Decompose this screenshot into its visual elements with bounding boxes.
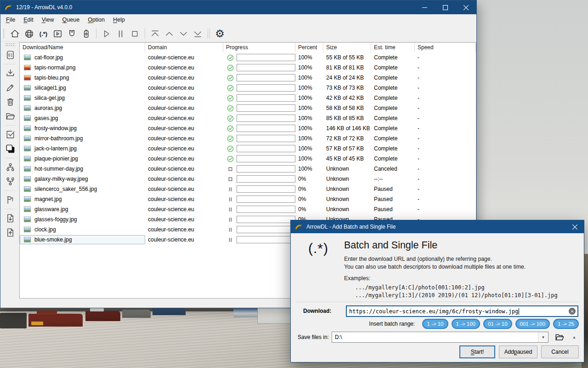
add-urls-icon[interactable] — [79, 27, 93, 40]
main-titlebar[interactable]: 12/19 - ArrowDL v4.0.0 — [0, 0, 476, 14]
download-name-cell[interactable]: silencerco_saker_556.jpg — [20, 184, 145, 194]
collapse-options-button[interactable]: ▲ — [570, 333, 579, 342]
add-torrent-magnet-icon[interactable] — [65, 27, 79, 40]
settings-gear-icon[interactable]: ⚙ — [213, 27, 227, 40]
download-name-cell[interactable]: plaque-pionier.jpg — [20, 154, 145, 163]
menu-file[interactable]: File — [2, 15, 19, 25]
menu-queue[interactable]: Queue — [58, 15, 84, 25]
table-row[interactable]: frosty-window.jpgcouleur-science.eu100%1… — [20, 123, 476, 133]
table-row[interactable]: magnet.jpgcouleur-science.eu0%UnknownPau… — [20, 194, 476, 204]
download-name-cell[interactable]: gases.jpg — [20, 114, 145, 123]
download-name-cell[interactable]: hot-summer-day.jpg — [20, 164, 145, 173]
download-url-input[interactable]: https://couleur-science.eu/img/6c/frosty… — [346, 305, 578, 317]
download-name-cell[interactable]: cat-floor.jpg — [20, 53, 145, 62]
rename-pencil-icon[interactable] — [3, 81, 17, 94]
add-batch-regex-icon[interactable]: (.*) — [36, 27, 51, 40]
batch-range-button[interactable]: 001 -> 100 — [515, 319, 550, 329]
stop-icon[interactable] — [128, 27, 142, 40]
cancel-button[interactable]: Cancel — [541, 345, 579, 358]
download-name-cell[interactable]: galaxy-milky-way.jpeg — [20, 174, 145, 184]
batch-range-button[interactable]: 01 -> 10 — [483, 319, 512, 329]
download-name-cell[interactable]: mirror-bathroom.jpg — [20, 134, 145, 143]
download-name-cell[interactable]: silicagel1.jpg — [20, 83, 145, 92]
dialog-titlebar[interactable]: ArrowDL - Add Batch and Single File — [291, 220, 584, 233]
batch-rename-icon[interactable]: 01 — [3, 49, 17, 61]
table-row[interactable]: jack-o-lantern.jpgcouleur-science.eu100%… — [20, 144, 476, 154]
combo-dropdown-icon[interactable]: ▼ — [538, 332, 548, 342]
table-row[interactable]: auroras.jpgcouleur-science.eu100%58 KB o… — [20, 103, 476, 113]
download-name-cell[interactable]: silica-gel.jpg — [20, 93, 145, 103]
move-down-icon[interactable] — [176, 27, 191, 40]
table-row[interactable]: silica-gel.jpgcouleur-science.eu100%42 K… — [20, 93, 476, 103]
invert-selection-icon[interactable] — [3, 143, 17, 155]
delete-trash-icon[interactable] — [3, 96, 17, 108]
column-header-speed[interactable]: Speed — [415, 43, 476, 52]
add-paused-button[interactable]: Add paused — [499, 345, 537, 358]
download-name-cell[interactable]: glassware.jpg — [20, 205, 145, 214]
export-file-icon[interactable] — [3, 226, 17, 239]
table-row[interactable]: glassware.jpgcouleur-science.eu0%Unknown… — [20, 204, 476, 214]
progress-bar — [237, 206, 295, 213]
move-top-icon[interactable] — [148, 27, 162, 40]
table-row[interactable]: galaxy-milky-way.jpegcouleur-science.eu0… — [20, 174, 476, 184]
menu-help[interactable]: Help — [109, 15, 129, 25]
download-name-cell[interactable]: glasses-foggy.jpg — [20, 215, 145, 224]
resume-play-icon[interactable] — [99, 27, 113, 40]
column-header-domain[interactable]: Domain — [145, 43, 223, 52]
pause-icon[interactable] — [113, 27, 128, 40]
toolbar-grip[interactable] — [3, 29, 5, 39]
batch-range-button[interactable]: 1 -> 25 — [553, 319, 579, 329]
select-all-icon[interactable] — [3, 128, 17, 141]
table-row[interactable]: silencerco_saker_556.jpgcouleur-science.… — [20, 184, 476, 194]
download-name-cell[interactable]: tapis-normal.png — [20, 63, 145, 72]
save-path-combobox[interactable]: D:\ ▼ — [332, 332, 548, 343]
save-download-icon[interactable] — [3, 67, 17, 80]
table-row[interactable]: gases.jpgcouleur-science.eu100%85 KB of … — [20, 113, 476, 123]
download-name-cell[interactable]: auroras.jpg — [20, 104, 145, 113]
table-row[interactable]: mirror-bathroom.jpgcouleur-science.eu100… — [20, 133, 476, 144]
download-name-cell[interactable]: jack-o-lantern.jpg — [20, 144, 145, 153]
maximize-button[interactable] — [435, 0, 456, 14]
table-row[interactable]: tapis-bleu.pngcouleur-science.eu100%24 K… — [20, 73, 476, 83]
domain-cell: couleur-science.eu — [145, 236, 223, 243]
batch-range-button[interactable]: 1 -> 100 — [452, 319, 481, 329]
import-file-icon[interactable] — [3, 212, 17, 224]
browse-folder-button[interactable] — [553, 331, 566, 343]
priority-flag-icon[interactable] — [3, 194, 17, 206]
column-header-size[interactable]: Size — [323, 43, 371, 52]
table-row[interactable]: tapis-normal.pngcouleur-science.eu100%81… — [20, 63, 476, 73]
wizard-globe-icon[interactable] — [22, 27, 36, 40]
close-button[interactable] — [456, 0, 476, 14]
sidebar-grip[interactable] — [5, 43, 15, 46]
move-up-icon[interactable] — [162, 27, 176, 40]
column-header-download-name[interactable]: Download/Name — [20, 43, 145, 52]
batch-range-button[interactable]: 1 -> 10 — [422, 319, 448, 329]
dialog-close-button[interactable] — [565, 220, 584, 233]
column-header-est-time[interactable]: Est. time — [371, 43, 415, 52]
table-row[interactable]: cat-floor.jpgcouleur-science.eu100%55 KB… — [20, 52, 476, 63]
home-icon[interactable] — [8, 27, 22, 40]
download-name-cell[interactable]: tapis-bleu.png — [20, 73, 145, 82]
download-name-cell[interactable]: blue-smoke.jpg — [20, 235, 145, 244]
table-row[interactable]: hot-summer-day.jpgcouleur-science.eu100%… — [20, 164, 476, 174]
column-header-progress[interactable]: Progress — [223, 43, 295, 52]
queue-nodes-up-icon[interactable] — [3, 175, 17, 188]
move-bottom-icon[interactable] — [191, 27, 205, 40]
download-name-cell[interactable]: magnet.jpg — [20, 195, 145, 204]
menu-option[interactable]: Option — [84, 15, 109, 25]
download-name-cell[interactable]: clock.jpg — [20, 225, 145, 234]
progress-cell — [223, 185, 295, 193]
download-name-cell[interactable]: frosty-window.jpg — [20, 124, 145, 133]
start-button[interactable]: Start! — [459, 345, 495, 358]
add-stream-icon[interactable] — [51, 27, 65, 40]
column-header-percent[interactable]: Percent — [295, 43, 323, 52]
clear-input-button[interactable]: ✕ — [569, 308, 576, 315]
minimize-button[interactable] — [414, 0, 435, 14]
menu-edit[interactable]: Edit — [19, 15, 38, 25]
menu-view[interactable]: View — [38, 15, 58, 25]
table-row[interactable]: plaque-pionier.jpgcouleur-science.eu100%… — [20, 154, 476, 164]
table-row[interactable]: silicagel1.jpgcouleur-science.eu100%73 K… — [20, 83, 476, 93]
status-complete-icon — [227, 145, 234, 152]
queue-nodes-down-icon[interactable] — [3, 161, 17, 173]
open-folder-icon[interactable] — [3, 110, 17, 122]
